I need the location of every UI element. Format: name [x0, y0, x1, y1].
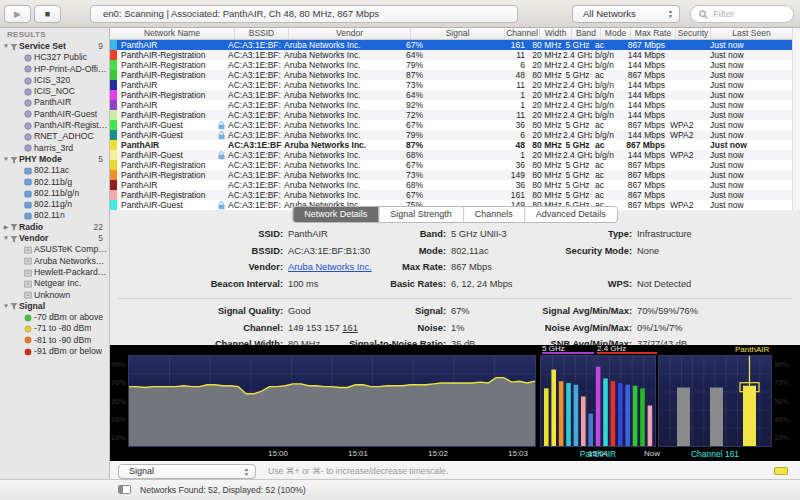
tab-advanced-details[interactable]: Advanced Details	[525, 207, 617, 222]
table-row[interactable]: PanthAIRAC:A3:1E:BF:…Aruba Networks Inc.…	[110, 40, 792, 50]
column-header-last-seen[interactable]: Last Seen	[711, 28, 792, 39]
disclosure-triangle-icon[interactable]: ▼	[0, 301, 9, 312]
sidebar-item-hewlett-packard[interactable]: Hewlett-Packard…	[0, 267, 109, 278]
table-row[interactable]: PanthAIR-RegistrationAC:A3:1E:BF:…Aruba …	[110, 70, 792, 80]
sidebar-item-aruba-networks[interactable]: Aruba Networks…	[0, 256, 109, 267]
sidebar-item-81-to-90-dbm[interactable]: -81 to -90 dBm	[0, 335, 109, 346]
column-header-channel[interactable]: Channel	[505, 28, 540, 39]
sidebar-group-phy-mode[interactable]: ▼PHY Mode5	[0, 154, 109, 165]
disclosure-triangle-icon[interactable]: ▼	[0, 41, 9, 52]
table-row[interactable]: PanthAIR-RegistrationAC:A3:1E:BF:…Aruba …	[110, 110, 792, 120]
table-scrollbar[interactable]	[792, 28, 800, 210]
cell-network-name: PanthAIR	[117, 180, 228, 190]
column-header-band[interactable]: Band	[572, 28, 601, 39]
sidebar-item-802-11b-g[interactable]: 802.11b/g	[0, 177, 109, 188]
sidebar-item-asustek-comp[interactable]: ASUSTeK Comp…	[0, 244, 109, 255]
column-header-max-rate[interactable]: Max Rate	[631, 28, 676, 39]
column-header-width[interactable]: Width	[540, 28, 572, 39]
graph-metric-popup[interactable]: Signal ▲▼	[118, 464, 256, 479]
detail-value: 67%	[446, 306, 470, 316]
table-row[interactable]: PanthAIR-GuestAC:A3:1E:BF:…Aruba Network…	[110, 120, 792, 130]
disclosure-triangle-icon[interactable]: ▶	[0, 222, 9, 233]
cell-security: WPA2	[667, 120, 702, 130]
sidebar-item-harris-3rd[interactable]: harris_3rd	[0, 143, 109, 154]
sidebar-group-vendor[interactable]: ▼Vendor5	[0, 233, 109, 244]
cell-last-seen: Just now	[702, 90, 792, 100]
scan-start-button[interactable]: ▶	[4, 5, 31, 23]
cell-max-rate: 144 Mbps	[622, 80, 667, 90]
sidebar-item-icis-noc[interactable]: ICIS_NOC	[0, 86, 109, 97]
sidebar-item-panthair-regist[interactable]: PanthAIR-Regist…	[0, 120, 109, 131]
cell-last-seen: Just now	[702, 70, 792, 80]
table-row[interactable]: PanthAIRAC:A3:1E:BF:…Aruba Networks Inc.…	[110, 100, 792, 110]
disclosure-triangle-icon[interactable]: ▼	[0, 233, 9, 244]
table-row[interactable]: PanthAIR-RegistrationAC:A3:1E:BF:…Aruba …	[110, 60, 792, 70]
table-row[interactable]: PanthAIRAC:A3:1E:BF:…Aruba Networks Inc.…	[110, 180, 792, 190]
cell-vendor: Aruba Networks Inc.	[282, 180, 402, 190]
cell-width: 80 MHz	[531, 180, 563, 190]
table-row[interactable]: PanthAIR-GuestAC:A3:1E:BF:…Aruba Network…	[110, 130, 792, 140]
network-icon	[24, 133, 34, 141]
sidebar-item-rnet-adhoc[interactable]: RNET_ADHOC	[0, 131, 109, 142]
table-header[interactable]: Network NameBSSIDVendorSignalChannelWidt…	[110, 28, 792, 40]
sidebar-item-panthair-guest[interactable]: PanthAIR-Guest	[0, 109, 109, 120]
cell-network-name: PanthAIR-Registration	[117, 170, 228, 180]
column-header-bssid[interactable]: BSSID	[235, 28, 289, 39]
cell-max-rate: 144 Mbps	[622, 60, 667, 70]
cell-network-name: PanthAIR-Guest	[117, 130, 228, 140]
sidebar-item-icis-320[interactable]: ICIS_320	[0, 75, 109, 86]
sidebar-item-802-11ac[interactable]: 802.11ac	[0, 165, 109, 176]
tab-channels[interactable]: Channels	[464, 207, 525, 222]
detail-label: Noise:	[300, 323, 446, 333]
cell-max-rate: 867 Mbps	[622, 180, 667, 190]
cell-security: WPA2	[667, 200, 702, 210]
table-row[interactable]: PanthAIR-RegistrationAC:A3:1E:BF:…Aruba …	[110, 170, 792, 180]
filter-icon	[9, 235, 19, 243]
table-row[interactable]: PanthAIRAC:A3:1E:BF:…Aruba Networks Inc.…	[110, 80, 792, 90]
column-header-signal[interactable]: Signal	[411, 28, 505, 39]
table-row[interactable]: PanthAIRAC:A3:1E:BF:…Aruba Networks Inc.…	[110, 140, 792, 150]
table-row[interactable]: PanthAIR-GuestAC:A3:1E:BF:…Aruba Network…	[110, 150, 792, 160]
sidebar-group-service-set[interactable]: ▼Service Set9	[0, 41, 109, 52]
network-color-swatch	[110, 50, 117, 60]
disclosure-triangle-icon[interactable]: ▼	[0, 154, 9, 165]
network-filter-popup[interactable]: All Networks ▲▼	[572, 5, 680, 23]
sidebar-item-802-11b-g-n[interactable]: 802.11b/g/n	[0, 188, 109, 199]
table-row[interactable]: PanthAIR-RegistrationAC:A3:1E:BF:…Aruba …	[110, 190, 792, 200]
sidebar-item-hc327-public[interactable]: HC327 Public	[0, 52, 109, 63]
sidebar-item-91-dbm-or-below[interactable]: -91 dBm or below	[0, 346, 109, 357]
cell-width: 80 MHz	[531, 70, 563, 80]
column-header-vendor[interactable]: Vendor	[289, 28, 411, 39]
column-header-network-name[interactable]: Network Name	[110, 28, 235, 39]
signal-level-icon	[24, 314, 34, 322]
sidebar-item-71-to-80-dbm[interactable]: -71 to -80 dBm	[0, 323, 109, 334]
sidebar-toggle-icon[interactable]	[118, 485, 131, 494]
sidebar-item-panthair[interactable]: PanthAIR	[0, 97, 109, 108]
table-row[interactable]: PanthAIR-RegistrationAC:A3:1E:BF:…Aruba …	[110, 50, 792, 60]
cell-bssid: AC:A3:1E:BF:…	[228, 190, 282, 200]
table-row[interactable]: PanthAIR-RegistrationAC:A3:1E:BF:…Aruba …	[110, 90, 792, 100]
phy-mode-icon	[24, 212, 34, 220]
column-header-mode[interactable]: Mode	[601, 28, 631, 39]
cell-mode: b/g/n	[592, 80, 622, 90]
sidebar-group-count: 5	[98, 154, 109, 165]
column-header-security[interactable]: Security	[676, 28, 711, 39]
cell-band: 2.4 GHz	[563, 90, 592, 100]
sidebar-item-hp-print-ad-offi[interactable]: HP-Print-AD-Offi…	[0, 64, 109, 75]
table-row[interactable]: PanthAIR-RegistrationAC:A3:1E:BF:…Aruba …	[110, 160, 792, 170]
sidebar-group-signal[interactable]: ▼Signal	[0, 301, 109, 312]
sidebar-item-netgear-inc[interactable]: Netgear Inc.	[0, 278, 109, 289]
cell-last-seen: Just now	[702, 150, 792, 160]
sidebar-item-802-11g-n[interactable]: 802.11g/n	[0, 199, 109, 210]
sidebar-item-802-11n[interactable]: 802.11n	[0, 210, 109, 221]
sidebar-group-radio[interactable]: ▶Radio22	[0, 222, 109, 233]
networks-found-text: Networks Found: 52, Displayed: 52 (100%)	[140, 485, 306, 495]
tab-network-details[interactable]: Network Details	[293, 207, 379, 222]
popup-stepper-icon: ▲▼	[242, 467, 251, 477]
sidebar-item-70-dbm-or-above[interactable]: -70 dBm or above	[0, 312, 109, 323]
scan-stop-button[interactable]: ■	[34, 5, 61, 23]
tab-signal-strength[interactable]: Signal Strength	[379, 207, 464, 222]
filter-search-field[interactable]: Filter	[690, 5, 794, 23]
sidebar-item-unknown[interactable]: Unknown	[0, 290, 109, 301]
detail-value: Not Detected	[632, 279, 691, 289]
